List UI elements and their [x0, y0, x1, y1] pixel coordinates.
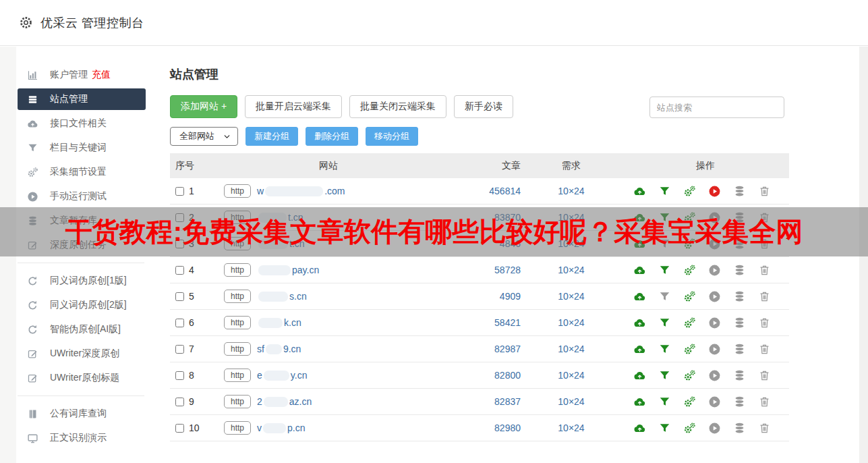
site-domain-link[interactable]: s.cn	[257, 291, 307, 302]
newbie-guide-button[interactable]: 新手必读	[454, 95, 513, 118]
site-domain-link[interactable]: vp.cn	[257, 423, 305, 433]
sidebar-item[interactable]: 同义词伪原创[1版]	[18, 270, 146, 292]
site-search-input[interactable]	[649, 97, 784, 118]
move-group-button[interactable]: 移动分组	[366, 127, 418, 146]
run-button[interactable]	[707, 316, 721, 329]
cloud-collect-button[interactable]	[633, 316, 646, 329]
filter-button[interactable]	[658, 290, 671, 303]
site-domain-link[interactable]: k.cn	[257, 317, 301, 328]
delete-site-button[interactable]	[757, 395, 771, 408]
sidebar-item[interactable]: 公有词库查询	[18, 403, 146, 425]
collect-settings-button[interactable]	[683, 369, 696, 382]
sidebar-item[interactable]: 站点管理	[18, 88, 146, 110]
article-count[interactable]: 82837	[440, 396, 521, 407]
filter-button[interactable]	[658, 342, 671, 356]
article-storage-button[interactable]	[732, 369, 746, 382]
article-storage-button[interactable]	[732, 342, 746, 356]
cloud-collect-button[interactable]	[633, 342, 646, 356]
filter-button[interactable]	[658, 369, 671, 382]
cloud-collect-button[interactable]	[633, 369, 646, 382]
article-storage-button[interactable]	[732, 395, 746, 408]
collect-settings-button[interactable]	[683, 290, 696, 303]
row-checkbox[interactable]	[175, 371, 184, 380]
site-domain-link[interactable]: 2az.cn	[257, 396, 312, 407]
row-checkbox[interactable]	[175, 292, 184, 301]
article-count[interactable]: 58728	[440, 265, 521, 275]
sidebar-item[interactable]: 采集细节设置	[18, 161, 146, 183]
row-checkbox[interactable]	[175, 424, 184, 433]
site-domain-link[interactable]: w.com	[257, 186, 345, 196]
sidebar-item[interactable]: UWriter深度原创	[18, 343, 146, 364]
gears-icon	[683, 264, 696, 277]
delete-site-button[interactable]	[757, 421, 771, 435]
article-count[interactable]: 456814	[440, 186, 521, 196]
collect-settings-button[interactable]	[683, 263, 696, 277]
cloud-collect-button[interactable]	[633, 395, 646, 408]
row-checkbox[interactable]	[175, 319, 184, 327]
delete-site-button[interactable]	[757, 342, 771, 356]
sidebar-item[interactable]: 栏目与关键词	[18, 137, 146, 159]
delete-site-button[interactable]	[757, 316, 771, 329]
article-count[interactable]: 82800	[440, 370, 521, 381]
collect-settings-button[interactable]	[683, 342, 696, 356]
run-button[interactable]	[707, 184, 721, 198]
filter-button[interactable]	[658, 395, 671, 408]
filter-button[interactable]	[658, 184, 671, 198]
site-domain-link[interactable]: pay.cn	[257, 265, 319, 275]
delete-site-button[interactable]	[757, 184, 771, 198]
recharge-link[interactable]: 充值	[92, 69, 111, 81]
article-storage-button[interactable]	[732, 316, 746, 329]
article-count[interactable]: 82980	[440, 423, 521, 433]
collect-settings-button[interactable]	[683, 395, 696, 408]
gear-icon	[19, 16, 33, 30]
row-checkbox[interactable]	[175, 266, 184, 275]
batch-open-cloud-button[interactable]: 批量开启云端采集	[245, 95, 342, 118]
cloud-collect-button[interactable]	[633, 184, 646, 198]
sidebar-item[interactable]: 智能伪原创[AI版]	[18, 319, 146, 340]
collect-settings-button[interactable]	[683, 316, 696, 329]
filter-button[interactable]	[658, 421, 671, 435]
sidebar-item[interactable]: 账户管理充值	[18, 64, 146, 86]
row-checkbox[interactable]	[175, 187, 184, 196]
article-count[interactable]: 4909	[440, 291, 521, 302]
delete-group-button[interactable]: 删除分组	[306, 127, 358, 146]
run-button[interactable]	[707, 395, 721, 408]
delete-site-button[interactable]	[757, 263, 771, 277]
refresh-icon	[27, 324, 38, 335]
row-checkbox[interactable]	[175, 345, 184, 354]
article-storage-button[interactable]	[732, 184, 746, 198]
sidebar-item[interactable]: 接口文件相关	[18, 113, 146, 134]
new-group-button[interactable]: 新建分组	[245, 127, 298, 146]
collect-settings-button[interactable]	[683, 421, 696, 435]
row-checkbox[interactable]	[175, 398, 184, 406]
batch-close-cloud-button[interactable]: 批量关闭云端采集	[349, 95, 446, 118]
delete-site-button[interactable]	[757, 369, 771, 382]
site-domain-link[interactable]: ey.cn	[257, 370, 307, 381]
cloud-collect-button[interactable]	[633, 263, 646, 277]
collect-settings-button[interactable]	[683, 184, 696, 198]
sidebar-item[interactable]: 手动运行测试	[18, 186, 146, 207]
cloud-collect-button[interactable]	[633, 421, 646, 435]
article-count[interactable]: 82987	[440, 344, 521, 354]
run-button[interactable]	[707, 342, 721, 356]
run-button[interactable]	[707, 421, 721, 435]
sidebar-item[interactable]: UWriter原创标题	[18, 367, 146, 389]
delete-site-button[interactable]	[757, 290, 771, 303]
list-icon	[27, 94, 38, 105]
filter-button[interactable]	[658, 263, 671, 277]
sidebar-item-label: 账户管理	[50, 69, 88, 81]
group-filter-select[interactable]: 全部网站	[170, 127, 238, 146]
run-button[interactable]	[707, 290, 721, 303]
site-domain-link[interactable]: sf9.cn	[257, 344, 301, 354]
add-site-button[interactable]: 添加网站 +	[170, 95, 237, 118]
filter-button[interactable]	[658, 316, 671, 329]
cloud-collect-button[interactable]	[633, 290, 646, 303]
run-button[interactable]	[707, 263, 721, 277]
article-storage-button[interactable]	[732, 263, 746, 277]
article-storage-button[interactable]	[732, 290, 746, 303]
article-count[interactable]: 58421	[440, 317, 521, 328]
run-button[interactable]	[707, 369, 721, 382]
article-storage-button[interactable]	[732, 421, 746, 435]
sidebar-item[interactable]: 同义词伪原创[2版]	[18, 294, 146, 316]
sidebar-item[interactable]: 正文识别演示	[18, 427, 146, 449]
